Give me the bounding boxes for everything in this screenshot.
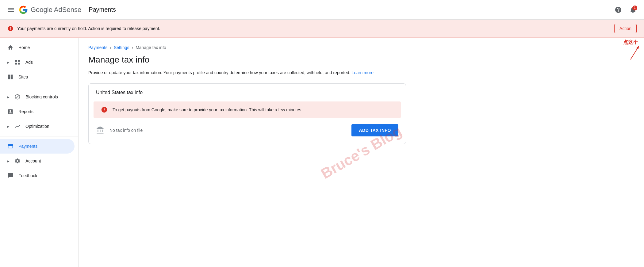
sites-icon bbox=[7, 74, 13, 80]
account-expand-icon: ▸ bbox=[7, 159, 10, 163]
reports-icon bbox=[7, 109, 13, 115]
help-button[interactable] bbox=[612, 4, 624, 16]
menu-button[interactable] bbox=[5, 4, 17, 16]
notifications-button[interactable]: 1 bbox=[627, 4, 639, 16]
tax-no-file-text: No tax info on file bbox=[109, 128, 143, 133]
ads-expand-icon: ▸ bbox=[7, 60, 10, 65]
sidebar-item-blocking-controls-label: Blocking controls bbox=[25, 94, 58, 99]
tax-info-card: United States tax info To get payouts fr… bbox=[88, 83, 406, 144]
blocking-icon bbox=[14, 94, 21, 100]
page-title: Manage tax info bbox=[88, 55, 406, 65]
sidebar-item-home-label: Home bbox=[18, 45, 30, 50]
sidebar-item-feedback-label: Feedback bbox=[18, 173, 37, 178]
tax-card-header: United States tax info bbox=[89, 84, 406, 101]
sidebar-item-optimization-label: Optimization bbox=[25, 124, 49, 129]
breadcrumb-sep-1: › bbox=[110, 45, 111, 50]
svg-rect-5 bbox=[18, 63, 20, 65]
alert-message: Your payments are currently on hold. Act… bbox=[17, 26, 611, 31]
sidebar-item-home[interactable]: Home bbox=[0, 40, 75, 55]
tax-info-left: No tax info on file bbox=[96, 126, 143, 135]
account-icon bbox=[14, 158, 21, 164]
sidebar-item-account[interactable]: ▸ Account bbox=[0, 154, 75, 168]
sidebar-item-sites-label: Sites bbox=[18, 74, 28, 79]
home-icon bbox=[7, 44, 13, 51]
tax-warning-banner: To get payouts from Google, make sure to… bbox=[94, 101, 401, 118]
blocking-expand-icon: ▸ bbox=[7, 95, 10, 99]
nav-divider-2 bbox=[0, 136, 78, 136]
logo-area: Google AdSense bbox=[18, 5, 81, 15]
content-area: Bruce's Blog Payments › Settings › Manag… bbox=[79, 38, 644, 267]
google-logo-icon bbox=[18, 5, 28, 15]
sidebar-item-payments-label: Payments bbox=[18, 144, 37, 149]
sidebar-item-ads[interactable]: ▸ Ads bbox=[0, 55, 75, 70]
content-inner: Payments › Settings › Manage tax info Ma… bbox=[79, 38, 416, 151]
top-bar-actions: 1 bbox=[612, 4, 639, 16]
sidebar-item-payments[interactable]: Payments bbox=[0, 139, 75, 154]
nav-divider-1 bbox=[0, 87, 78, 87]
tax-warning-text: To get payouts from Google, make sure to… bbox=[113, 107, 302, 112]
sidebar-item-feedback[interactable]: Feedback bbox=[0, 168, 75, 183]
action-button[interactable]: Action bbox=[614, 24, 637, 33]
logo-text: Google AdSense bbox=[31, 6, 81, 14]
top-bar: Google AdSense Payments 1 bbox=[0, 0, 644, 20]
sidebar-item-optimization[interactable]: ▸ Optimization bbox=[0, 119, 75, 134]
tax-warning-icon bbox=[101, 106, 108, 113]
ads-icon bbox=[14, 59, 21, 65]
breadcrumb: Payments › Settings › Manage tax info bbox=[88, 45, 406, 50]
learn-more-link[interactable]: Learn more bbox=[351, 70, 374, 75]
breadcrumb-current: Manage tax info bbox=[136, 45, 166, 50]
breadcrumb-payments[interactable]: Payments bbox=[88, 45, 107, 50]
tax-no-file-row: No tax info on file ADD TAX INFO bbox=[89, 118, 406, 144]
optimization-icon bbox=[14, 123, 21, 129]
page-description: Provide or update your tax information. … bbox=[88, 70, 406, 76]
tax-file-icon bbox=[96, 126, 105, 135]
notification-badge: 1 bbox=[632, 6, 637, 10]
svg-rect-2 bbox=[15, 60, 17, 62]
sidebar: Home ▸ Ads Sites ▸ bbox=[0, 38, 79, 267]
sidebar-item-sites[interactable]: Sites bbox=[0, 70, 75, 84]
sidebar-item-reports[interactable]: Reports bbox=[0, 104, 75, 119]
alert-bar: Your payments are currently on hold. Act… bbox=[0, 20, 644, 38]
svg-rect-3 bbox=[18, 60, 20, 62]
sidebar-item-reports-label: Reports bbox=[18, 109, 33, 114]
sidebar-item-ads-label: Ads bbox=[25, 60, 33, 65]
svg-rect-4 bbox=[15, 63, 17, 65]
sidebar-item-blocking-controls[interactable]: ▸ Blocking controls bbox=[0, 90, 75, 104]
sidebar-item-account-label: Account bbox=[25, 158, 41, 163]
breadcrumb-sep-2: › bbox=[132, 45, 133, 50]
optimization-expand-icon: ▸ bbox=[7, 124, 10, 129]
page-header-title: Payments bbox=[89, 6, 116, 13]
alert-icon bbox=[7, 25, 13, 32]
payments-icon bbox=[7, 143, 13, 149]
feedback-icon bbox=[7, 173, 13, 179]
add-tax-info-button[interactable]: ADD TAX INFO bbox=[351, 124, 398, 136]
breadcrumb-settings[interactable]: Settings bbox=[114, 45, 129, 50]
